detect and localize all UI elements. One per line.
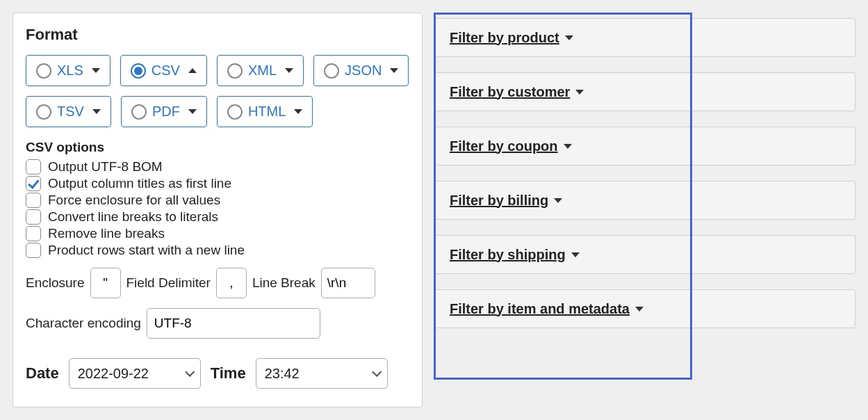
checkbox-icon[interactable] [26, 193, 41, 208]
date-label: Date [26, 364, 59, 382]
format-option-json[interactable]: JSON [313, 55, 409, 86]
caret-down-icon [635, 307, 644, 312]
enclosure-label: Enclosure [26, 275, 85, 291]
format-title: Format [26, 26, 409, 44]
radio-icon [227, 104, 243, 120]
checkbox-label: Output column titles as first line [48, 176, 231, 191]
caret-up-icon [188, 68, 197, 73]
format-option-tsv[interactable]: TSV [26, 96, 111, 127]
filter-label: Filter by coupon [450, 138, 558, 154]
checkbox-icon[interactable] [26, 209, 41, 225]
radio-icon [227, 63, 243, 79]
encoding-input[interactable] [147, 308, 320, 339]
checkbox-row-force-enclosure: Force enclosure for all values [26, 193, 409, 208]
caret-down-icon [564, 144, 572, 149]
datetime-row: Date 2022-09-22 Time 23:42 [26, 358, 409, 389]
caret-down-icon [92, 109, 101, 114]
time-select[interactable]: 23:42 [256, 358, 388, 389]
caret-down-icon [571, 252, 580, 257]
format-option-csv[interactable]: CSV [120, 55, 207, 86]
filter-by-item-metadata[interactable]: Filter by item and metadata [434, 289, 855, 328]
caret-down-icon [92, 68, 100, 73]
format-panel: Format XLS CSV XML JSO [13, 13, 423, 407]
checkbox-label: Remove line breaks [48, 226, 165, 241]
checkbox-label: Convert line breaks to literals [48, 209, 218, 225]
csv-options-title: CSV options [26, 140, 409, 155]
checkbox-row-product-newline: Product rows start with a new line [26, 243, 409, 258]
filter-label: Filter by item and metadata [450, 301, 630, 317]
caret-down-icon [294, 109, 302, 114]
checkbox-icon[interactable] [26, 159, 41, 175]
format-option-label: HTML [248, 104, 286, 120]
encoding-label: Character encoding [26, 316, 141, 331]
caret-down-icon [565, 35, 573, 40]
caret-down-icon [575, 90, 584, 95]
radio-icon [131, 63, 146, 79]
filter-by-shipping[interactable]: Filter by shipping [434, 235, 855, 274]
radio-icon [36, 63, 51, 79]
linebreak-label: Line Break [252, 275, 316, 291]
checkbox-icon[interactable] [26, 176, 41, 191]
checkbox-icon[interactable] [26, 226, 41, 241]
filter-label: Filter by billing [450, 193, 548, 209]
delimiter-input[interactable] [216, 268, 247, 298]
enclosure-input[interactable] [90, 268, 121, 298]
time-value: 23:42 [265, 366, 300, 382]
caret-down-icon [188, 109, 197, 114]
format-option-label: CSV [152, 63, 180, 79]
time-label: Time [211, 364, 246, 382]
filter-label: Filter by product [450, 30, 559, 46]
caret-down-icon [285, 68, 293, 73]
format-option-label: PDF [152, 104, 180, 120]
checkbox-label: Output UTF-8 BOM [48, 159, 163, 175]
format-option-html[interactable]: HTML [217, 96, 313, 127]
checkbox-row-utf8-bom: Output UTF-8 BOM [26, 159, 409, 175]
filters-panel: Filter by product Filter by customer Fil… [434, 13, 855, 407]
linebreak-input[interactable] [321, 268, 375, 298]
delimiter-label: Field Delimiter [126, 275, 211, 291]
encoding-row: Character encoding [26, 308, 409, 339]
enclosure-delimiter-row: Enclosure Field Delimiter Line Break [26, 268, 409, 298]
caret-down-icon [390, 68, 398, 73]
checkbox-row-remove-breaks: Remove line breaks [26, 226, 409, 241]
chevron-down-icon [372, 367, 382, 377]
radio-icon [324, 63, 339, 79]
chevron-down-icon [185, 367, 195, 377]
caret-down-icon [554, 198, 562, 203]
filter-label: Filter by shipping [450, 247, 566, 263]
format-option-label: TSV [57, 104, 84, 120]
format-option-label: JSON [345, 63, 382, 79]
filter-by-product[interactable]: Filter by product [434, 18, 855, 57]
radio-icon [36, 104, 51, 120]
checkbox-label: Product rows start with a new line [48, 243, 245, 258]
date-select[interactable]: 2022-09-22 [69, 358, 201, 389]
checkbox-label: Force enclosure for all values [48, 193, 220, 208]
filter-label: Filter by customer [450, 84, 570, 100]
radio-icon [131, 104, 147, 120]
format-options: XLS CSV XML JSON [26, 55, 409, 127]
date-value: 2022-09-22 [78, 366, 149, 382]
format-option-xml[interactable]: XML [217, 55, 304, 86]
checkbox-row-convert-breaks: Convert line breaks to literals [26, 209, 409, 225]
checkbox-row-column-titles: Output column titles as first line [26, 176, 409, 191]
filter-by-customer[interactable]: Filter by customer [434, 72, 855, 111]
format-option-label: XML [248, 63, 277, 79]
checkbox-icon[interactable] [26, 243, 41, 258]
filter-by-coupon[interactable]: Filter by coupon [434, 127, 855, 165]
format-option-xls[interactable]: XLS [26, 55, 110, 86]
format-option-pdf[interactable]: PDF [121, 96, 207, 127]
filter-by-billing[interactable]: Filter by billing [434, 181, 855, 220]
format-option-label: XLS [57, 63, 83, 79]
